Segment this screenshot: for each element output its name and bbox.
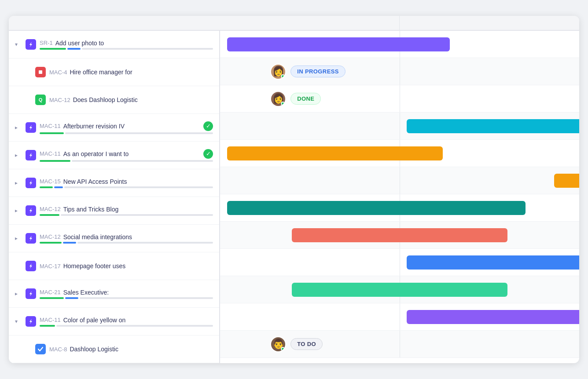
gantt-bar[interactable] xyxy=(407,119,579,133)
gantt-bar[interactable] xyxy=(292,283,507,297)
epic-row-inner: MAC-8 Dashloop Logistic xyxy=(9,335,219,363)
online-dot xyxy=(281,347,285,351)
epic-id: MAC-15 xyxy=(40,178,61,185)
epic-row-inner: ▾ SR-1 Add user photo to xyxy=(9,31,219,58)
status-badge: DONE xyxy=(290,93,321,105)
epic-id: MAC-12 xyxy=(40,233,61,240)
avatar-status: TO DO xyxy=(270,336,323,352)
svg-marker-0 xyxy=(29,42,32,47)
lightning-icon xyxy=(26,205,36,216)
timeline-rows: IN PROGRESS DONE TO DO xyxy=(220,31,579,363)
chevron-icon[interactable]: ▾ xyxy=(15,41,22,47)
done-badge: ✓ xyxy=(203,121,213,131)
epic-text-wrap: MAC-12 Social media integrations xyxy=(40,233,213,244)
progress-bars xyxy=(40,325,213,327)
lightning-icon xyxy=(26,178,36,188)
epic-text-wrap: SR-1 Add user photo to xyxy=(40,40,213,50)
epic-title: Tips and Tricks Blog xyxy=(63,206,213,213)
epic-text-wrap: MAC-17 Homepage footer uses xyxy=(40,262,213,270)
month-divider xyxy=(400,249,400,276)
online-dot xyxy=(281,74,285,78)
gantt-bar[interactable] xyxy=(292,228,507,242)
epic-row: ▸ MAC-15 New API Access Points xyxy=(9,169,219,197)
epic-title: Hire office manager for xyxy=(70,69,213,76)
epic-title: Does Dashloop Logistic xyxy=(73,96,213,103)
epic-row: ▸ MAC-11 Afterburner revision IV ✓ xyxy=(9,114,219,142)
chevron-icon[interactable]: ▸ xyxy=(15,208,22,214)
svg-marker-3 xyxy=(29,153,32,158)
timeline-row xyxy=(220,167,579,194)
gantt-bar[interactable] xyxy=(227,146,443,160)
timeline-row: DONE xyxy=(220,85,579,113)
epic-header xyxy=(9,16,220,31)
gantt-bar[interactable] xyxy=(227,37,450,51)
epic-id: MAC-12 xyxy=(49,97,70,103)
red-square-icon xyxy=(35,67,46,77)
chevron-icon[interactable]: ▾ xyxy=(15,318,22,324)
epic-text-wrap: MAC-8 Dashloop Logistic xyxy=(49,346,213,353)
progress-blue xyxy=(67,48,81,50)
avatar xyxy=(270,64,286,80)
gantt-bar[interactable] xyxy=(227,201,525,215)
chevron-icon[interactable]: ▸ xyxy=(15,291,22,297)
month-divider xyxy=(400,58,400,85)
epic-text-wrap: MAC-21 Sales Executive: xyxy=(40,289,213,299)
epic-title: Add user photo to xyxy=(55,40,213,47)
epic-text-wrap: MAC-12 Tips and Tricks Blog xyxy=(40,206,213,216)
epic-row-inner: Q MAC-12 Does Dashloop Logistic xyxy=(9,86,219,113)
epic-row: MAC-8 Dashloop Logistic xyxy=(9,335,219,363)
svg-marker-4 xyxy=(29,180,32,186)
svg-marker-8 xyxy=(29,291,32,296)
epic-title: Homepage footer uses xyxy=(63,262,213,270)
chevron-icon[interactable]: ▸ xyxy=(15,152,22,158)
epic-row: ▸ MAC-11 As an operator I want to ✓ xyxy=(9,142,219,169)
gantt-bar[interactable] xyxy=(407,310,579,324)
epic-text-wrap: MAC-11 Color of pale yellow on xyxy=(40,317,213,327)
gantt-bar[interactable] xyxy=(554,174,579,188)
epic-text-wrap: MAC-12 Does Dashloop Logistic xyxy=(49,96,213,103)
timeline-row: TO DO xyxy=(220,331,579,358)
progress-gray xyxy=(80,297,213,299)
green-square-icon: Q xyxy=(35,95,46,105)
epic-row-inner: ▸ MAC-11 As an operator I want to ✓ xyxy=(9,142,219,169)
progress-green xyxy=(40,214,59,216)
chevron-icon[interactable]: ▸ xyxy=(15,124,22,131)
avatar xyxy=(270,336,286,352)
svg-marker-2 xyxy=(29,125,32,130)
epic-row-inner: MAC-4 Hire office manager for xyxy=(9,58,219,86)
epic-id: MAC-17 xyxy=(40,263,61,270)
gantt-bar[interactable] xyxy=(407,255,579,270)
epic-id: MAC-21 xyxy=(40,289,61,295)
chevron-icon[interactable]: ▸ xyxy=(15,235,22,241)
epic-id: MAC-11 xyxy=(40,317,61,323)
chevron-icon[interactable]: ▸ xyxy=(15,180,22,186)
epic-row: MAC-17 Homepage footer uses xyxy=(9,252,219,280)
svg-marker-6 xyxy=(29,236,32,241)
gantt-chart: ▾ SR-1 Add user photo to MAC-4 Hire offi… xyxy=(9,16,579,363)
lightning-icon xyxy=(26,233,36,244)
epic-title: Color of pale yellow on xyxy=(63,317,213,324)
timeline-row xyxy=(220,31,579,58)
epic-text-wrap: MAC-4 Hire office manager for xyxy=(49,69,213,76)
progress-gray xyxy=(77,242,213,244)
progress-gray xyxy=(61,214,213,216)
epic-list: ▾ SR-1 Add user photo to MAC-4 Hire offi… xyxy=(9,31,220,363)
jun-header xyxy=(400,16,579,30)
lightning-icon xyxy=(26,316,36,327)
progress-blue xyxy=(54,186,63,188)
progress-gray xyxy=(82,48,213,50)
epic-row: Q MAC-12 Does Dashloop Logistic xyxy=(9,86,219,114)
avatar xyxy=(270,91,286,107)
lightning-icon xyxy=(26,150,36,160)
may-header xyxy=(220,16,400,30)
progress-green xyxy=(40,297,64,299)
progress-bars xyxy=(40,186,213,188)
progress-green xyxy=(40,132,64,134)
epic-text-wrap: MAC-11 Afterburner revision IV ✓ xyxy=(40,121,213,134)
epic-row-inner: ▸ MAC-12 Social media integrations xyxy=(9,225,219,252)
epic-id: MAC-8 xyxy=(49,346,67,353)
month-divider xyxy=(400,113,400,139)
month-divider xyxy=(400,303,400,330)
epic-text-wrap: MAC-11 As an operator I want to ✓ xyxy=(40,149,213,162)
progress-bars xyxy=(40,242,213,244)
